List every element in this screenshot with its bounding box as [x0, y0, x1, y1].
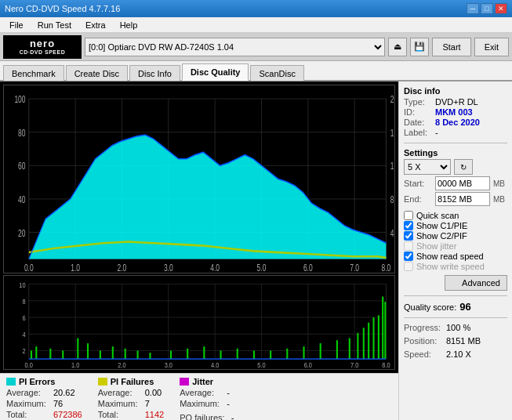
tab-bar: Benchmark Create Disc Disc Info Disc Qua…: [0, 61, 512, 81]
quick-scan-checkbox[interactable]: [404, 211, 413, 220]
svg-rect-81: [237, 348, 238, 358]
speed-selector[interactable]: 5 X: [404, 159, 451, 175]
start-row: Start: MB: [404, 176, 507, 190]
svg-text:40: 40: [18, 194, 25, 205]
svg-text:0.0: 0.0: [25, 360, 34, 369]
quick-scan-row: Quick scan: [404, 211, 507, 220]
disc-type-val: DVD+R DL: [435, 97, 478, 107]
pi-errors-avg-label: Average:: [6, 388, 47, 397]
svg-text:8.0: 8.0: [382, 262, 391, 273]
svg-rect-66: [31, 350, 32, 359]
show-write-speed-checkbox: [404, 262, 413, 271]
pi-failures-max-val: 7: [145, 399, 150, 408]
svg-rect-76: [149, 353, 151, 359]
svg-rect-90: [363, 328, 365, 359]
checkboxes-section: Quick scan Show C1/PIE Show C2/PIF Show …: [404, 211, 507, 272]
exit-button[interactable]: Exit: [474, 38, 509, 56]
svg-text:4: 4: [390, 227, 394, 238]
svg-rect-77: [170, 350, 172, 359]
top-chart: 100 80 60 40 20 20 16 12 8 4 0.0 1.0 2.0…: [3, 85, 395, 273]
svg-rect-75: [137, 350, 139, 359]
settings-refresh-button[interactable]: ↻: [454, 159, 473, 175]
svg-rect-84: [286, 348, 288, 358]
show-write-speed-label: Show write speed: [416, 262, 485, 271]
svg-rect-69: [62, 350, 64, 359]
tab-benchmark[interactable]: Benchmark: [3, 65, 64, 81]
pi-failures-label: PI Failures: [111, 377, 154, 386]
svg-rect-67: [35, 346, 37, 359]
svg-rect-71: [87, 343, 89, 359]
advanced-button[interactable]: Advanced: [445, 275, 507, 291]
title-bar: Nero CD-DVD Speed 4.7.7.16 ─ □ ✕: [0, 0, 512, 17]
show-jitter-label: Show jitter: [416, 241, 456, 251]
menu-help[interactable]: Help: [114, 19, 144, 31]
quality-score-val: 96: [459, 301, 470, 313]
svg-text:60: 60: [18, 160, 25, 171]
tab-scan-disc[interactable]: ScanDisc: [250, 65, 303, 81]
svg-text:20: 20: [390, 93, 394, 104]
maximize-button[interactable]: □: [481, 3, 493, 14]
menu-file[interactable]: File: [3, 19, 30, 31]
position-row: Position: 8151 MB: [404, 336, 507, 346]
start-input[interactable]: [435, 176, 490, 190]
tab-create-disc[interactable]: Create Disc: [66, 65, 128, 81]
svg-text:6.0: 6.0: [303, 262, 313, 273]
svg-rect-83: [270, 350, 271, 359]
pi-errors-max-label: Maximum:: [6, 399, 47, 408]
svg-text:80: 80: [18, 127, 25, 138]
position-val: 8151 MB: [446, 336, 481, 346]
pi-failures-avg-val: 0.00: [145, 388, 162, 397]
menu-extra[interactable]: Extra: [79, 19, 112, 31]
disc-label-row: Label: -: [404, 128, 507, 137]
svg-rect-80: [220, 350, 221, 359]
svg-rect-94: [382, 296, 383, 359]
svg-text:8.0: 8.0: [382, 360, 390, 369]
quick-scan-label: Quick scan: [416, 211, 459, 220]
svg-rect-73: [112, 346, 114, 359]
disc-info-title: Disc info: [404, 86, 507, 96]
svg-text:4: 4: [22, 330, 25, 339]
show-c1-pie-checkbox[interactable]: [404, 221, 413, 230]
close-button[interactable]: ✕: [495, 3, 507, 14]
pi-failures-color: [98, 378, 107, 386]
pi-errors-avg-val: 20.62: [53, 388, 75, 397]
quality-score-row: Quality score: 96: [404, 301, 507, 313]
drive-selector[interactable]: [0:0] Optiarc DVD RW AD-7240S 1.04: [85, 38, 385, 56]
pi-errors-stats: PI Errors Average: 20.62 Maximum: 76 Tot…: [6, 377, 82, 419]
svg-text:16: 16: [390, 127, 394, 138]
jitter-avg-label: Average:: [180, 388, 220, 397]
disc-id-row: ID: MKM 003: [404, 107, 507, 117]
end-input[interactable]: [435, 192, 490, 206]
speed-row: 5 X ↻: [404, 159, 507, 175]
jitter-max-label: Maximum:: [180, 399, 220, 408]
show-read-speed-label: Show read speed: [416, 252, 484, 261]
start-label: Start:: [404, 179, 432, 188]
stats-row: PI Errors Average: 20.62 Maximum: 76 Tot…: [0, 373, 398, 420]
disc-date-val: 8 Dec 2020: [435, 118, 480, 127]
jitter-stats: Jitter Average: - Maximum: - PO failures…: [180, 377, 234, 420]
title-bar-controls: ─ □ ✕: [467, 3, 507, 14]
settings-title: Settings: [404, 148, 507, 158]
menu-run-test[interactable]: Run Test: [31, 19, 78, 31]
svg-text:3.0: 3.0: [165, 360, 173, 369]
progress-val: 100 %: [446, 323, 470, 332]
save-button[interactable]: 💾: [410, 38, 429, 56]
eject-button[interactable]: ⏏: [388, 38, 407, 56]
show-read-speed-checkbox[interactable]: [404, 252, 413, 261]
tab-disc-quality[interactable]: Disc Quality: [182, 63, 249, 81]
svg-text:20: 20: [18, 227, 25, 238]
svg-rect-74: [125, 348, 126, 358]
pi-failures-total-val: 1142: [145, 410, 164, 419]
show-jitter-checkbox: [404, 241, 413, 251]
svg-text:8: 8: [390, 194, 394, 205]
tab-disc-info[interactable]: Disc Info: [129, 65, 180, 81]
disc-id-label: ID:: [404, 107, 432, 117]
show-c2-pif-checkbox[interactable]: [404, 231, 413, 241]
disc-id-val: MKM 003: [435, 107, 473, 117]
minimize-button[interactable]: ─: [467, 3, 479, 14]
disc-label-val: -: [435, 128, 438, 137]
svg-text:3.0: 3.0: [164, 262, 173, 273]
start-button[interactable]: Start: [432, 38, 470, 56]
show-c2-pif-label: Show C2/PIF: [416, 231, 467, 241]
show-write-speed-row: Show write speed: [404, 262, 507, 271]
